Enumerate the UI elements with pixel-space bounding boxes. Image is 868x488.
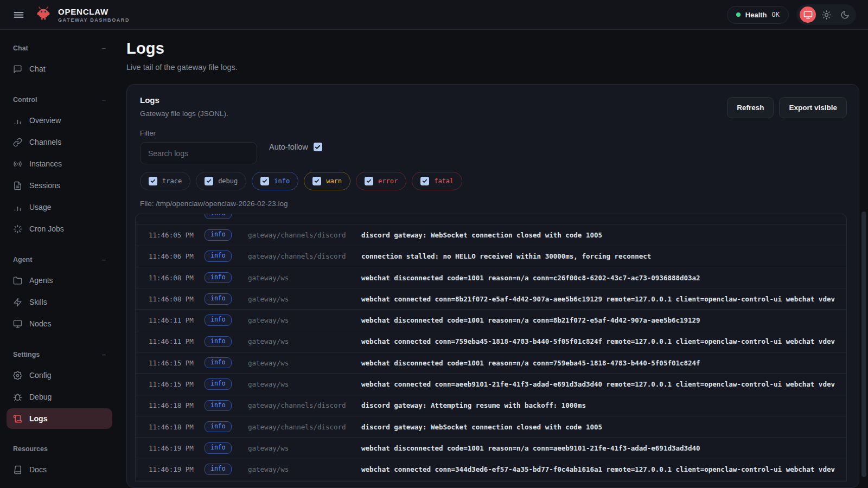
log-message: webchat connected conn=759eba45-1818-478… xyxy=(361,337,846,345)
sidebar-item-debug[interactable]: Debug xyxy=(7,387,112,407)
broadcast-icon xyxy=(13,159,22,169)
theme-light-button[interactable] xyxy=(818,7,834,23)
log-source: gateway/channels/discord xyxy=(248,231,361,239)
top-bar: OPENCLAW GATEWAY DASHBOARD Health OK xyxy=(0,0,868,30)
level-chip-warn[interactable]: warn xyxy=(304,172,350,190)
sidebar-item-label: Skills xyxy=(29,298,47,306)
level-chip-trace[interactable]: trace xyxy=(140,172,190,190)
level-chip-label: warn xyxy=(326,177,342,185)
sidebar-item-logs[interactable]: Logs xyxy=(7,408,112,429)
sidebar-item-overview[interactable]: Overview xyxy=(7,110,112,131)
log-level-badge: info xyxy=(205,357,248,369)
level-chip-debug[interactable]: debug xyxy=(196,172,246,190)
scrollbar-thumb[interactable] xyxy=(861,211,866,477)
collapse-icon[interactable]: – xyxy=(102,350,106,358)
level-checkbox-info[interactable] xyxy=(260,177,269,185)
log-source: gateway/channels/discord xyxy=(248,252,361,260)
sidebar-item-chat[interactable]: Chat xyxy=(7,59,112,79)
level-chip-fatal[interactable]: fatal xyxy=(412,172,462,190)
health-dot xyxy=(736,12,741,17)
sidebar-item-label: Agents xyxy=(29,276,53,285)
log-level-badge: info xyxy=(205,464,248,475)
log-message: discord gateway: WebSocket connection cl… xyxy=(361,231,846,239)
level-checkbox-debug[interactable] xyxy=(205,177,213,185)
main-content: Logs Live tail of the gateway file logs.… xyxy=(113,30,868,488)
moon-icon xyxy=(840,10,850,20)
log-source: gateway/ws xyxy=(248,337,361,345)
log-level-badge: info xyxy=(205,314,248,326)
sidebar-section-agent: Agent– xyxy=(13,255,108,269)
theme-dark-button[interactable] xyxy=(837,7,853,23)
level-checkbox-error[interactable] xyxy=(365,177,373,185)
log-row: 11:46:19 PMinfogateway/wswebchat connect… xyxy=(136,459,846,480)
log-source: gateway/channels/discord xyxy=(248,401,361,409)
sidebar-item-label: Docs xyxy=(29,465,47,474)
sidebar-item-usage[interactable]: Usage xyxy=(7,197,112,217)
level-chip-label: info xyxy=(274,177,290,185)
collapse-icon[interactable]: – xyxy=(102,44,106,52)
sidebar-item-skills[interactable]: Skills xyxy=(7,292,112,312)
sidebar-item-label: Usage xyxy=(29,203,51,211)
log-source: gateway/ws xyxy=(248,295,361,303)
log-message: webchat disconnected code=1001 reason=n/… xyxy=(361,316,846,324)
log-level-badge: info xyxy=(205,378,248,390)
sidebar-item-label: Logs xyxy=(29,414,47,423)
sidebar-item-sessions[interactable]: Sessions xyxy=(7,175,112,196)
collapse-icon[interactable]: – xyxy=(102,95,106,104)
level-checkbox-trace[interactable] xyxy=(149,177,157,185)
log-time: 11:46:05 PM xyxy=(149,231,205,239)
log-level-badge: info xyxy=(205,400,248,412)
log-source: gateway/ws xyxy=(248,380,361,388)
level-chip-info[interactable]: info xyxy=(252,172,298,190)
search-input[interactable] xyxy=(140,142,257,164)
sidebar-item-label: Cron Jobs xyxy=(29,224,64,233)
level-checkbox-warn[interactable] xyxy=(312,177,321,185)
sidebar-item-config[interactable]: Config xyxy=(7,365,112,386)
log-message: discord gateway: WebSocket connection cl… xyxy=(361,423,846,431)
log-row: 11:46:18 PMinfogateway/channels/discordd… xyxy=(136,395,846,416)
level-chip-label: fatal xyxy=(434,177,454,185)
log-level-badge: info xyxy=(205,214,248,219)
loader-icon xyxy=(13,224,22,234)
log-time: 11:46:06 PM xyxy=(149,252,205,260)
sidebar: Chat–ChatControl–OverviewChannelsInstanc… xyxy=(0,30,113,488)
log-row: 11:46:15 PMinfogateway/wswebchat disconn… xyxy=(136,352,846,374)
sidebar-item-nodes[interactable]: Nodes xyxy=(7,313,112,334)
bar-chart-icon xyxy=(13,203,22,212)
menu-icon[interactable] xyxy=(13,9,24,21)
level-chip-error[interactable]: error xyxy=(356,172,406,190)
log-row: 11:46:11 PMinfogateway/wswebchat disconn… xyxy=(136,310,846,331)
theme-system-button[interactable] xyxy=(800,7,816,23)
log-level-badge: info xyxy=(205,336,248,348)
card-title: Logs xyxy=(140,95,228,105)
log-message: webchat connected conn=344d3ed6-ef57-4a3… xyxy=(361,465,846,473)
autofollow-checkbox[interactable] xyxy=(314,143,322,151)
sidebar-item-label: Config xyxy=(29,371,51,380)
log-source: gateway/ws xyxy=(248,444,361,452)
export-visible-button[interactable]: Export visible xyxy=(779,97,847,118)
zap-icon xyxy=(13,298,22,307)
log-source: gateway/ws xyxy=(248,465,361,473)
log-time: 11:46:19 PM xyxy=(149,444,205,452)
sidebar-item-docs[interactable]: Docs xyxy=(7,459,112,480)
refresh-button[interactable]: Refresh xyxy=(727,97,774,118)
sidebar-item-channels[interactable]: Channels xyxy=(7,132,112,152)
sidebar-item-instances[interactable]: Instances xyxy=(7,153,112,174)
log-level-badge: info xyxy=(205,229,248,241)
log-row: info xyxy=(136,214,846,224)
file-path-label: File: /tmp/openclaw/openclaw-2026-02-23.… xyxy=(140,200,847,208)
log-level-badge: info xyxy=(205,293,248,305)
collapse-icon[interactable]: – xyxy=(102,255,106,264)
app-title: OPENCLAW xyxy=(58,7,130,16)
sidebar-item-label: Instances xyxy=(29,159,62,168)
card-subtitle: Gateway file logs (JSONL). xyxy=(140,110,228,118)
log-source: gateway/ws xyxy=(248,274,361,282)
app-subtitle: GATEWAY DASHBOARD xyxy=(58,17,130,23)
sidebar-item-agents[interactable]: Agents xyxy=(7,270,112,291)
log-message: webchat disconnected code=1001 reason=n/… xyxy=(361,359,846,367)
sidebar-item-label: Nodes xyxy=(29,319,51,328)
sidebar-item-cron-jobs[interactable]: Cron Jobs xyxy=(7,219,112,239)
level-checkbox-fatal[interactable] xyxy=(420,177,429,185)
log-viewer[interactable]: info11:46:05 PMinfogateway/channels/disc… xyxy=(135,214,847,481)
log-row: 11:46:19 PMinfogateway/wswebchat disconn… xyxy=(136,438,846,459)
